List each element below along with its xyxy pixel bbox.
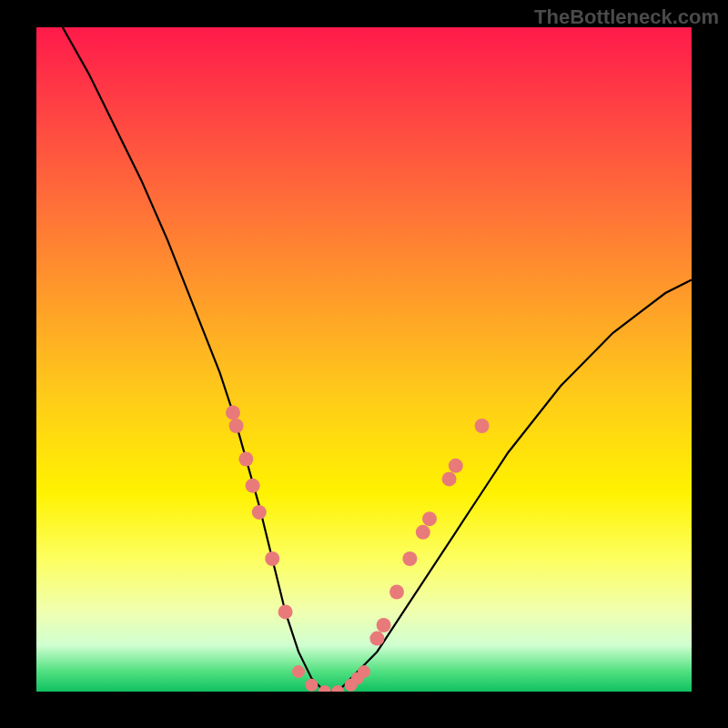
data-marker — [442, 471, 457, 486]
data-marker — [416, 525, 430, 540]
data-marker — [265, 551, 279, 566]
data-marker — [369, 632, 384, 646]
chart-svg — [36, 27, 692, 692]
data-marker — [422, 511, 437, 526]
data-marker — [238, 452, 253, 467]
curve-lines — [63, 27, 692, 692]
data-marker — [278, 604, 293, 619]
chart-plot-area — [36, 27, 692, 692]
data-marker — [305, 679, 318, 692]
bottleneck-curve — [63, 27, 692, 692]
data-marker — [475, 419, 490, 433]
data-marker — [292, 665, 305, 678]
watermark-text: TheBottleneck.com — [534, 5, 719, 29]
data-marker — [246, 479, 260, 493]
curve-markers — [226, 405, 490, 692]
data-marker — [229, 419, 244, 433]
data-marker — [449, 459, 463, 473]
data-marker — [402, 551, 417, 566]
data-marker — [252, 505, 267, 520]
data-marker — [377, 618, 391, 632]
data-marker — [358, 665, 370, 678]
data-marker — [226, 405, 240, 420]
data-marker — [389, 585, 404, 600]
